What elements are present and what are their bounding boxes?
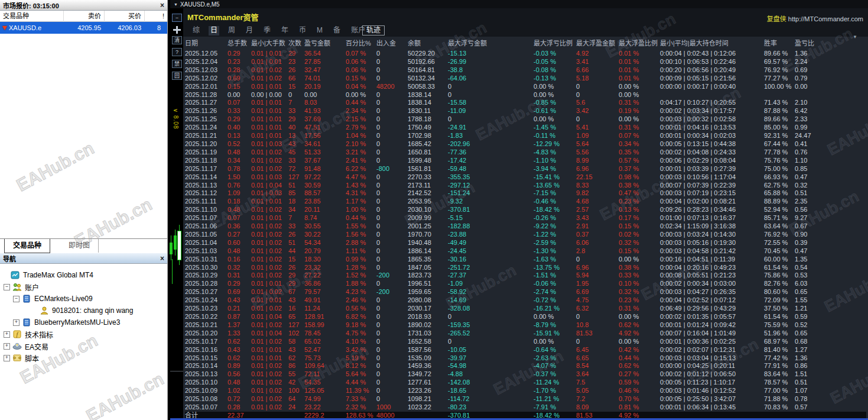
nav-item-0[interactable]: TradeMax Global MT4 — [11, 269, 93, 281]
caret-down-icon[interactable]: ▼ — [853, 34, 857, 40]
table-row[interactable]: 2025.10.150.620.01 | 0.016275.735.19 %01… — [185, 354, 866, 363]
table-cell: 0:00:02 | 0:04:08 | 0:24:33 — [660, 148, 764, 157]
expand-icon[interactable]: + — [4, 355, 10, 361]
table-row[interactable]: 2025.11.190.480.01 | 0.024551.333.21 %01… — [185, 148, 866, 157]
chart-window-separator[interactable] — [170, 371, 183, 371]
table-row[interactable]: 2025.11.040.600.01 | 0.025154.342.88 %01… — [185, 239, 866, 247]
panel-tab-日[interactable]: 日 — [209, 26, 219, 35]
table-row[interactable]: 2025.11.110.180.01 | 0.011823.851.17 %02… — [185, 198, 866, 206]
table-cell: -16.21 % — [534, 305, 576, 313]
table-row[interactable]: 2025.11.030.480.01 | 0.024420.791.11 %01… — [185, 247, 866, 256]
table-row[interactable]: 2025.12.040.230.01 | 0.012327.850.06 %05… — [185, 58, 866, 66]
table-row[interactable]: 2025.10.080.720.01 | 0.026474.997.33 %01… — [185, 395, 866, 403]
table-row[interactable]: 2025.11.200.520.01 | 0.034334.612.10 %01… — [185, 140, 866, 148]
panel-tab-币[interactable]: 币 — [297, 26, 308, 35]
table-cell: 0.15 % — [619, 247, 660, 256]
nav-item-7[interactable]: +脚本 — [4, 352, 39, 364]
panel-tab-备[interactable]: 备 — [331, 26, 342, 35]
table-cell: 0.99 — [795, 124, 827, 132]
table-cell: 67.44 % — [764, 140, 795, 148]
table-row[interactable]: 2025.11.070.070.01 | 0.0178.740.44 %0200… — [185, 214, 866, 222]
table-cell: 0.56 — [227, 370, 251, 379]
expand-icon[interactable]: + — [4, 343, 10, 350]
panel-tab-周[interactable]: 周 — [226, 26, 237, 35]
table-cell: 102 — [288, 329, 304, 338]
table-cell: 79.57 — [304, 288, 346, 296]
table-row[interactable]: 2025.10.160.430.01 | 0.014352.473.42 %01… — [185, 346, 866, 354]
table-row[interactable]: 2025.10.170.620.01 | 0.025865.024.10 %01… — [185, 338, 866, 346]
close-icon[interactable]: × — [160, 256, 164, 261]
table-cell: 1.28 % — [346, 264, 376, 272]
table-cell: 0.01 | 0.02 — [251, 305, 288, 313]
nav-item-1[interactable]: −账户 — [4, 281, 39, 293]
table-row[interactable]: 2025.11.270.070.01 | 0.0178.030.44 %0183… — [185, 99, 866, 107]
table-row[interactable]: 2025.10.220.870.01 | 0.0465128.916.82 %0… — [185, 313, 866, 321]
table-row[interactable]: 2025.11.130.760.01 | 0.045130.591.43 %02… — [185, 182, 866, 190]
expand-icon[interactable]: + — [4, 331, 10, 338]
table-row[interactable]: 2025.12.010.150.01 | 0.011520.190.04 %48… — [185, 83, 866, 91]
help-button[interactable]: ? — [172, 48, 182, 56]
panel-tab-综[interactable]: 综 — [191, 26, 201, 35]
table-row[interactable]: 2025.11.050.270.01 | 0.022630.221.56 %01… — [185, 231, 866, 239]
market-watch-row[interactable]: XAUUSD.e 4205.95 4206.03 8 — [0, 22, 167, 34]
table-row[interactable]: 2025.11.180.340.01 | 0.023337.672.41 %01… — [185, 157, 866, 165]
table-row[interactable]: 2025.10.070.280.01 | 0.022423.222.32 %10… — [185, 403, 866, 412]
panel-tab-季[interactable]: 季 — [262, 26, 272, 35]
tab-tick-chart[interactable]: 即时图 — [60, 239, 99, 253]
move-icon[interactable] — [173, 26, 181, 34]
table-row[interactable]: 2025.10.130.560.01 | 0.025572.115.64 %01… — [185, 370, 866, 379]
nav-item-6[interactable]: +EA交易 — [4, 340, 48, 352]
nav-item-2[interactable]: −ECMarkets-Live09 — [13, 293, 93, 305]
panel-tab-M[interactable]: M — [315, 26, 324, 35]
track-button[interactable]: 轨迹 — [362, 25, 385, 35]
nav-item-3[interactable]: 9018201: chang qin wang — [32, 305, 133, 316]
table-row[interactable]: 2025.10.211.370.01 | 0.02127158.999.18 %… — [185, 321, 866, 329]
disable-button[interactable]: 禁 — [172, 60, 182, 68]
table-row[interactable]: 2025.10.100.480.01 | 0.024254.354.44 %01… — [185, 379, 866, 387]
table-row[interactable]: 2025.10.201.330.01 | 0.0410278.454.75 %0… — [185, 329, 866, 338]
table-row[interactable]: 2025.10.270.690.01 | 0.026779.574.23 %-2… — [185, 288, 866, 296]
table-row[interactable]: 2025.10.290.310.01 | 0.022927.221.52 %-2… — [185, 272, 866, 280]
table-row[interactable]: 2025.11.250.290.01 | 0.012937.692.15 %01… — [185, 115, 866, 124]
table-row[interactable]: 2025.11.060.360.01 | 0.023330.551.55 %02… — [185, 222, 866, 231]
table-cell: 92.31 % — [764, 132, 795, 140]
expand-icon[interactable]: + — [13, 319, 19, 326]
table-cell: 75.73 — [304, 354, 346, 363]
table-row[interactable]: 2025.10.310.160.01 | 0.021518.300.99 %01… — [185, 256, 866, 264]
collapse-icon[interactable]: − — [13, 296, 19, 302]
popup-button[interactable]: 回 — [172, 72, 182, 80]
table-row[interactable]: 2025.10.091.020.01 | 0.02100125.0511.39 … — [185, 387, 866, 395]
table-row[interactable]: 2025.10.140.890.01 | 0.0286109.648.12 %0… — [185, 362, 866, 370]
table-cell: 0 — [376, 173, 408, 182]
panel-tab-年[interactable]: 年 — [279, 26, 290, 35]
collapse-icon[interactable]: − — [4, 284, 10, 290]
market-watch-header: 交易品种 卖价 买价 ! — [0, 11, 167, 22]
table-cell: 2018.93 — [408, 313, 448, 321]
table-row[interactable]: 2025.11.170.780.01 | 0.027291.486.22 %-8… — [185, 165, 866, 173]
table-row[interactable]: 2025.11.260.330.01 | 0.013341.932.34 %01… — [185, 107, 866, 115]
table-row[interactable]: 2025.11.240.400.01 | 0.014047.512.79 %01… — [185, 124, 866, 132]
table-row[interactable]: 2025.11.141.500.01 | 0.0312797.224.47 %0… — [185, 173, 866, 182]
minimize-button[interactable]: − — [172, 14, 182, 22]
table-row[interactable]: 2025.10.240.430.01 | 0.014349.912.46 %02… — [185, 296, 866, 305]
table-row[interactable]: 2025.11.121.090.01 | 0.038588.574.31 %02… — [185, 189, 866, 198]
table-row[interactable]: 2025.10.280.290.01 | 0.012936.861.88 %01… — [185, 280, 866, 288]
tab-symbols[interactable]: 交易品种 — [4, 239, 50, 253]
table-cell: 91.48 — [304, 165, 346, 173]
table-cell: 0.00 — [304, 91, 346, 99]
table-row[interactable]: 2025.10.300.320.01 | 0.022623.321.28 %01… — [185, 264, 866, 272]
table-row[interactable]: 2025.12.030.280.01 | 0.022632.470.06 %05… — [185, 66, 866, 75]
table-row[interactable]: 2025.11.100.480.01 | 0.023420.111.00 %02… — [185, 206, 866, 214]
table-cell: 0:00:04 | 0:02:52 | 0:07:12 — [660, 296, 764, 305]
nav-item-5[interactable]: +f技术指标 — [4, 328, 53, 340]
panel-tab-月[interactable]: 月 — [244, 26, 255, 35]
table-row[interactable]: 2025.12.050.290.01 | 0.012936.540.07 %05… — [185, 50, 866, 58]
close-icon[interactable]: × — [160, 2, 164, 8]
clear-button[interactable]: 清 — [172, 36, 182, 44]
table-cell: -64.06 — [448, 75, 534, 83]
table-row[interactable]: 2025.11.280.000.00 | 0.0000.000.00 %0183… — [185, 91, 866, 99]
table-row[interactable]: 2025.12.020.690.01 | 0.026674.010.15 %05… — [185, 75, 866, 83]
table-row[interactable]: 2025.11.210.130.01 | 0.011317.561.04 %01… — [185, 132, 866, 140]
table-row[interactable]: 2025.10.230.210.01 | 0.021611.240.56 %02… — [185, 305, 866, 313]
nav-item-4[interactable]: +BlueberryMarketsMU-Live3 — [13, 316, 120, 328]
